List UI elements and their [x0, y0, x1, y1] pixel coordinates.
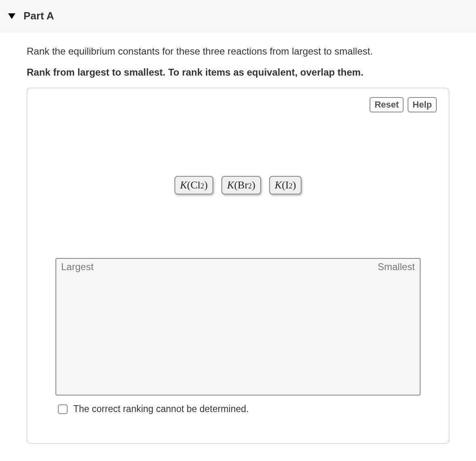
close-paren: ): [252, 179, 255, 191]
element: Br: [238, 179, 248, 191]
draggable-source-area: K(Cl2) K(Br2) K(I2): [39, 116, 437, 254]
subscript: 2: [289, 182, 293, 190]
close-paren: ): [204, 179, 208, 191]
cannot-determine-checkbox[interactable]: [58, 404, 68, 414]
k-symbol: K: [227, 179, 234, 191]
k-symbol: K: [275, 179, 282, 191]
drag-item-k-cl2[interactable]: K(Cl2): [174, 176, 213, 195]
part-title: Part A: [23, 10, 54, 22]
collapse-icon[interactable]: [8, 13, 15, 19]
close-paren: ): [293, 179, 296, 191]
open-paren: (: [187, 179, 191, 191]
content-area: Rank the equilibrium constants for these…: [0, 32, 476, 444]
reset-button[interactable]: Reset: [370, 97, 404, 112]
label-smallest: Smallest: [378, 261, 415, 273]
instruction-main: Rank the equilibrium constants for these…: [27, 44, 449, 58]
instruction-sub: Rank from largest to smallest. To rank i…: [27, 66, 449, 79]
drag-item-k-br2[interactable]: K(Br2): [221, 176, 261, 195]
k-symbol: K: [180, 179, 187, 191]
ranking-drop-zone[interactable]: Largest Smallest: [55, 258, 421, 395]
help-button[interactable]: Help: [408, 97, 437, 112]
subscript: 2: [248, 182, 252, 190]
element: Cl: [191, 179, 201, 191]
subscript: 2: [200, 182, 204, 190]
cannot-determine-label: The correct ranking cannot be determined…: [73, 404, 249, 414]
drag-item-k-i2[interactable]: K(I2): [269, 176, 302, 195]
open-paren: (: [234, 179, 238, 191]
open-paren: (: [282, 179, 285, 191]
cannot-determine-row: The correct ranking cannot be determined…: [58, 404, 437, 414]
panel-controls: Reset Help: [39, 97, 437, 112]
ranking-panel: Reset Help K(Cl2) K(Br2) K(I2) Largest S…: [27, 88, 449, 444]
part-header: Part A: [0, 0, 476, 32]
label-largest: Largest: [61, 261, 94, 273]
element: I: [285, 179, 289, 191]
